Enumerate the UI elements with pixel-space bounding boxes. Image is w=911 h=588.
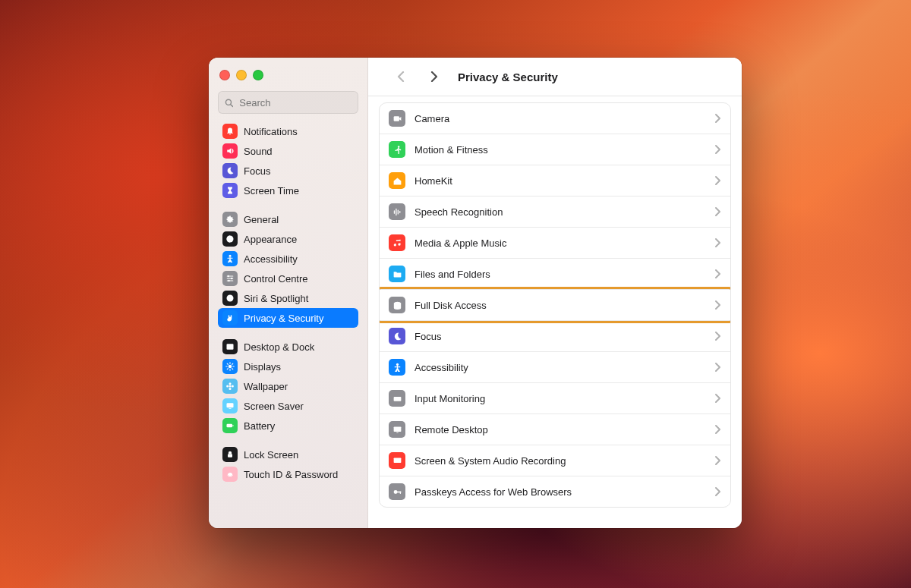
svg-point-20 [229, 382, 232, 385]
sidebar-item-siri-spotlight[interactable]: Siri & Spotlight [218, 288, 358, 308]
settings-row-screen-audio[interactable]: Screen & System Audio Recording [380, 445, 730, 476]
hand-icon [222, 310, 238, 325]
settings-row-label: Full Disk Access [415, 300, 705, 311]
settings-row-camera[interactable]: Camera [380, 103, 730, 134]
sidebar-item-privacy[interactable]: Privacy & Security [218, 308, 358, 328]
bell-icon [222, 124, 238, 139]
figure-icon [222, 251, 238, 266]
sidebar-item-control-centre[interactable]: Control Centre [218, 269, 358, 288]
sliders-icon [222, 271, 238, 286]
keyboard-icon [389, 390, 405, 407]
sidebar-item-label: Sound [244, 146, 273, 157]
toolbar: Privacy & Security [368, 58, 742, 96]
settings-row-label: Input Monitoring [415, 393, 705, 404]
back-button[interactable] [391, 66, 412, 87]
sidebar-item-touch-id[interactable]: Touch ID & Password [218, 464, 358, 484]
svg-point-30 [397, 146, 399, 147]
sidebar-item-sound[interactable]: Sound [218, 141, 358, 161]
contrast-icon [222, 231, 238, 247]
figure-icon [389, 359, 405, 376]
svg-point-4 [228, 275, 229, 277]
sidebar-item-label: Privacy & Security [244, 313, 323, 324]
sidebar-item-wallpaper[interactable]: Wallpaper [218, 376, 358, 396]
gear-icon [222, 212, 238, 227]
sun-icon [222, 359, 238, 374]
speaker-icon [222, 143, 238, 159]
fingerprint-icon [222, 467, 238, 482]
settings-row-media-music[interactable]: Media & Apple Music [380, 227, 730, 258]
sidebar-item-displays[interactable]: Displays [218, 357, 358, 376]
chevron-right-icon [714, 393, 721, 404]
sidebar-item-label: Screen Saver [244, 401, 304, 412]
settings-row-homekit[interactable]: HomeKit [380, 165, 730, 196]
svg-line-15 [227, 363, 228, 364]
svg-line-16 [232, 369, 233, 369]
sidebar-item-label: Touch ID & Password [244, 469, 338, 480]
minimize-button[interactable] [236, 70, 247, 80]
svg-rect-43 [396, 399, 399, 400]
waveform-icon [389, 203, 405, 220]
sidebar-item-accessibility-side[interactable]: Accessibility [218, 249, 358, 269]
sidebar-item-notifications[interactable]: Notifications [218, 121, 358, 141]
camera-icon [389, 110, 405, 127]
svg-rect-37 [393, 397, 401, 401]
sidebar-item-general[interactable]: General [218, 209, 358, 229]
window-controls [215, 65, 361, 91]
sidebar-section: Desktop & DockDisplaysWallpaperScreen Sa… [218, 337, 358, 435]
sidebar-section: NotificationsSoundFocusScreen Time [218, 121, 358, 200]
sidebar-item-screen-time[interactable]: Screen Time [218, 181, 358, 200]
svg-rect-25 [229, 408, 232, 409]
settings-row-files-folders[interactable]: Files and Folders [380, 258, 730, 289]
settings-row-full-disk[interactable]: Full Disk Access [380, 289, 730, 320]
search-input[interactable] [238, 96, 351, 109]
chevron-right-icon [714, 300, 721, 310]
chevron-right-icon [714, 362, 721, 373]
settings-row-motion-fitness[interactable]: Motion & Fitness [380, 134, 730, 165]
sidebar-item-desktop-dock[interactable]: Desktop & Dock [218, 337, 358, 357]
chevron-right-icon [714, 144, 721, 155]
sidebar-item-focus[interactable]: Focus [218, 161, 358, 181]
settings-row-focus-main[interactable]: Focus [380, 320, 730, 351]
chevron-right-icon [714, 237, 721, 248]
svg-point-23 [232, 385, 234, 388]
display-icon [389, 421, 405, 438]
sidebar-item-appearance[interactable]: Appearance [218, 229, 358, 249]
sidebar-item-label: General [244, 214, 279, 225]
svg-point-36 [396, 363, 398, 365]
svg-rect-50 [399, 491, 400, 493]
settings-row-remote-desktop[interactable]: Remote Desktop [380, 413, 730, 445]
svg-point-3 [229, 255, 232, 257]
search-icon [225, 98, 233, 108]
svg-point-6 [228, 280, 229, 281]
sidebar-item-lock-screen[interactable]: Lock Screen [218, 445, 358, 464]
home-icon [389, 172, 405, 189]
chevron-right-icon [714, 269, 721, 279]
close-button[interactable] [219, 70, 230, 80]
battery-icon [222, 418, 238, 433]
svg-point-47 [396, 459, 398, 461]
sidebar-item-battery[interactable]: Battery [218, 416, 358, 435]
runner-icon [389, 141, 405, 158]
folder-icon [389, 266, 405, 282]
svg-rect-24 [227, 403, 234, 407]
settings-row-label: Motion & Fitness [415, 144, 705, 156]
settings-row-speech[interactable]: Speech Recognition [380, 196, 730, 227]
settings-row-accessibility[interactable]: Accessibility [380, 351, 730, 382]
svg-point-5 [231, 278, 232, 279]
hourglass-icon [222, 183, 238, 198]
content-scroll[interactable]: CameraMotion & FitnessHomeKitSpeech Reco… [368, 96, 742, 528]
settings-row-label: Files and Folders [415, 269, 705, 280]
zoom-button[interactable] [253, 70, 263, 80]
sidebar-item-screen-saver[interactable]: Screen Saver [218, 396, 358, 416]
settings-row-label: Remote Desktop [415, 424, 705, 435]
content-pane: Privacy & Security CameraMotion & Fitnes… [368, 58, 742, 528]
forward-button[interactable] [423, 66, 444, 87]
settings-row-input-monitoring[interactable]: Input Monitoring [380, 382, 730, 413]
svg-point-22 [226, 385, 229, 388]
chevron-right-icon [714, 113, 721, 124]
sidebar: NotificationsSoundFocusScreen TimeGenera… [209, 58, 368, 528]
sidebar-item-label: Wallpaper [244, 381, 288, 392]
settings-row-label: Focus [415, 331, 705, 342]
settings-row-passkeys[interactable]: Passkeys Access for Web Browsers [380, 476, 730, 507]
sidebar-item-label: Battery [244, 420, 275, 432]
